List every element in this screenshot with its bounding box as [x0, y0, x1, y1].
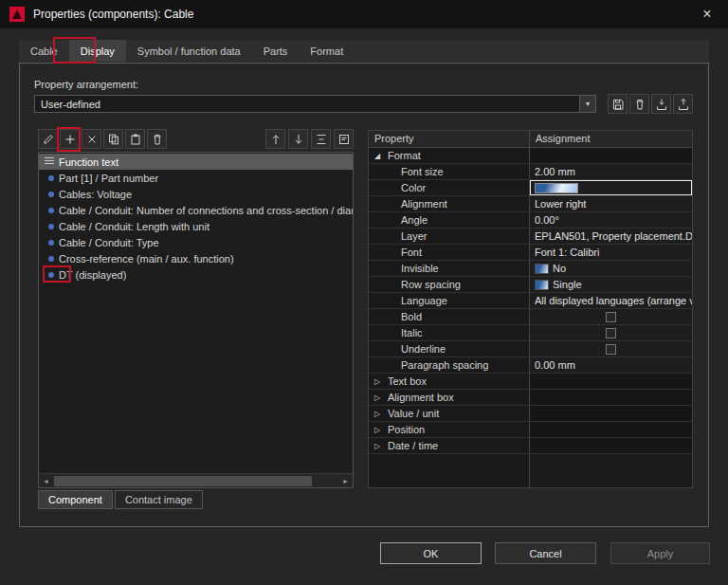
assignment-cell[interactable]: EPLAN501, Property placement.De... — [530, 229, 692, 244]
spacing-icon — [315, 133, 328, 146]
property-row[interactable]: Row spacingSingle — [369, 277, 692, 293]
expand-icon[interactable]: ▷ — [374, 426, 384, 434]
move-up-button[interactable] — [265, 129, 285, 149]
assignment-cell[interactable]: 0.00 mm — [530, 357, 692, 373]
spacing-button[interactable] — [311, 129, 331, 149]
tab-display[interactable]: Display — [69, 40, 126, 62]
property-row[interactable]: InvisibleNo — [369, 261, 692, 277]
horizontal-scrollbar[interactable]: ◄ ► — [39, 473, 353, 487]
list-item[interactable]: Cross-reference (main / aux. function) — [39, 250, 353, 266]
list-item[interactable]: Cable / Conduit: Length with unit — [39, 218, 353, 234]
property-row[interactable]: ◢Format — [369, 148, 692, 164]
property-cell: Color — [369, 180, 530, 195]
property-row[interactable]: Underline — [369, 341, 692, 357]
assignment-cell[interactable] — [530, 341, 692, 356]
scroll-left-icon[interactable]: ◄ — [39, 474, 53, 488]
property-row[interactable]: Font size2.00 mm — [369, 164, 692, 180]
property-row[interactable]: LayerEPLAN501, Property placement.De... — [369, 229, 692, 245]
color-swatch[interactable] — [535, 183, 578, 193]
add-property-button[interactable] — [60, 129, 80, 149]
property-row[interactable]: Italic — [369, 325, 692, 341]
delete-arrangement-button[interactable] — [629, 94, 649, 114]
assignment-cell[interactable] — [530, 180, 692, 195]
tab-parts[interactable]: Parts — [252, 40, 300, 62]
property-value: Single — [553, 279, 582, 290]
property-row[interactable]: ▷Date / time — [369, 438, 692, 454]
checkbox[interactable] — [606, 344, 616, 355]
panel-tab-contact-image[interactable]: Contact image — [115, 490, 203, 509]
close-button[interactable]: × — [696, 3, 719, 26]
assignment-cell[interactable]: 0.00° — [530, 212, 692, 228]
list-item[interactable]: Cable / Conduit: Number of connections a… — [39, 202, 353, 218]
scroll-right-icon[interactable]: ► — [338, 474, 353, 488]
bullet-icon — [48, 272, 54, 278]
export-arrangement-button[interactable] — [673, 94, 693, 114]
scrollbar-track[interactable] — [53, 474, 338, 488]
property-row[interactable]: Bold — [369, 309, 692, 325]
chevron-down-icon[interactable]: ▾ — [579, 96, 595, 112]
property-arrangement-select[interactable]: User-defined ▾ — [34, 95, 596, 113]
property-name: Color — [401, 182, 426, 193]
expand-icon[interactable]: ▷ — [374, 410, 384, 418]
list-item[interactable]: Function text — [39, 154, 353, 170]
copy-icon — [107, 133, 120, 146]
cancel-button[interactable]: Cancel — [495, 542, 596, 564]
assignment-cell[interactable]: Font 1: Calibri — [530, 245, 692, 260]
property-cell: Alignment — [369, 196, 530, 211]
assignment-cell[interactable]: No — [530, 261, 692, 276]
edit-button[interactable] — [38, 129, 58, 149]
checkbox[interactable] — [606, 328, 616, 338]
paste-button[interactable] — [125, 129, 145, 149]
import-icon — [655, 98, 668, 111]
tab-symbol-function-data[interactable]: Symbol / function data — [126, 40, 252, 62]
expand-icon[interactable]: ▷ — [374, 377, 384, 386]
assignment-cell[interactable] — [530, 390, 692, 405]
assignment-cell[interactable] — [530, 438, 692, 453]
property-row[interactable]: ▷Value / unit — [369, 406, 692, 422]
list-item[interactable]: DT (displayed) — [39, 266, 353, 283]
assignment-cell[interactable] — [530, 374, 692, 389]
assignment-cell[interactable] — [530, 309, 692, 324]
scrollbar-thumb[interactable] — [54, 476, 312, 486]
property-row[interactable]: FontFont 1: Calibri — [369, 245, 692, 261]
checkbox[interactable] — [606, 312, 616, 322]
property-row[interactable]: ▷Alignment box — [369, 390, 692, 406]
collapse-icon[interactable]: ◢ — [374, 152, 384, 160]
expand-icon[interactable]: ▷ — [374, 442, 384, 450]
assignment-cell[interactable]: All displayed languages (arrange v... — [530, 293, 692, 308]
property-row[interactable]: LanguageAll displayed languages (arrange… — [369, 293, 692, 309]
move-down-button[interactable] — [288, 129, 308, 149]
trash-icon — [633, 98, 646, 111]
list-item[interactable]: Cables: Voltage — [39, 186, 353, 202]
remove-property-button[interactable] — [82, 129, 101, 149]
assignment-cell[interactable]: Single — [530, 277, 692, 292]
assignment-cell[interactable] — [530, 325, 692, 340]
copy-button[interactable] — [103, 129, 123, 149]
property-row[interactable]: AlignmentLower right — [369, 196, 692, 212]
property-row[interactable]: Angle0.00° — [369, 212, 692, 229]
import-arrangement-button[interactable] — [651, 94, 671, 114]
save-icon — [611, 98, 625, 111]
property-row[interactable]: ▷Position — [369, 422, 692, 438]
list-item[interactable]: Cable / Conduit: Type — [39, 234, 353, 250]
list-item[interactable]: Part [1] / Part number — [39, 170, 353, 186]
ok-button[interactable]: OK — [380, 542, 482, 564]
tab-format[interactable]: Format — [299, 40, 355, 62]
layout-box-button[interactable] — [334, 129, 354, 149]
property-row[interactable]: Paragraph spacing0.00 mm — [369, 357, 692, 374]
assignment-cell[interactable] — [530, 406, 692, 421]
panel-tab-component[interactable]: Component — [38, 490, 113, 509]
assignment-cell[interactable] — [530, 148, 692, 163]
assignment-cell[interactable]: Lower right — [530, 196, 692, 211]
save-arrangement-button[interactable] — [608, 94, 628, 114]
assignment-cell[interactable] — [530, 422, 692, 437]
property-row[interactable]: ▷Text box — [369, 374, 692, 390]
property-name: Row spacing — [401, 279, 461, 290]
delete-button[interactable] — [147, 129, 167, 149]
property-row[interactable]: Color — [369, 180, 692, 196]
expand-icon[interactable]: ▷ — [374, 393, 384, 402]
property-cell: Paragraph spacing — [369, 357, 530, 373]
assignment-cell[interactable]: 2.00 mm — [530, 164, 692, 179]
tab-cable[interactable]: Cable — [19, 40, 69, 62]
apply-button[interactable]: Apply — [610, 542, 710, 564]
